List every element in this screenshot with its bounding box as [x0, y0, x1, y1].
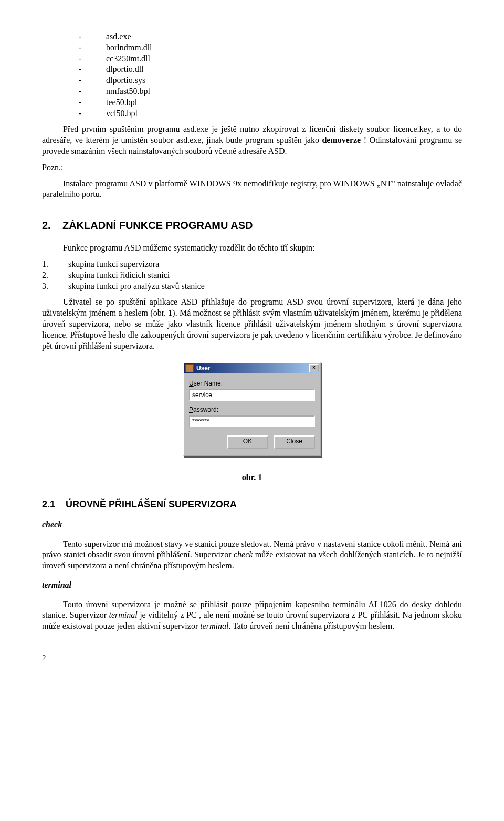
- paragraph-pozn: Instalace programu ASD v platformě WINDO…: [42, 179, 462, 201]
- list-item: skupina funkcí supervizora: [68, 259, 159, 270]
- list-dash: -: [79, 64, 85, 75]
- paragraph-terminal: Touto úrovní supervizora je možné se při…: [42, 599, 462, 632]
- dialog-titlebar: User ×: [184, 363, 320, 373]
- paragraph-groups-intro: Funkce programu ASD můžeme systematicky …: [42, 243, 462, 254]
- list-number: 3.: [42, 281, 68, 292]
- level-terminal-heading: terminal: [42, 580, 462, 591]
- file-name: asd.exe: [106, 32, 131, 43]
- list-dash: -: [79, 54, 85, 65]
- section-heading-2-1: 2.1 ÚROVNĚ PŘIHLÁŠENÍ SUPERVIZORA: [42, 498, 462, 511]
- list-number: 1.: [42, 259, 68, 270]
- list-item: skupina funkcí řídících stanici: [68, 270, 170, 281]
- user-dialog: User × User Name: Password: OK Close: [183, 362, 321, 456]
- file-name: dlportio.sys: [106, 75, 145, 86]
- paragraph-check: Tento supervizor má možnost stavy ve sta…: [42, 539, 462, 571]
- close-dialog-button[interactable]: Close: [274, 435, 315, 449]
- ok-button[interactable]: OK: [227, 435, 268, 449]
- file-name: tee50.bpl: [106, 97, 137, 108]
- file-name: nmfast50.bpl: [106, 86, 150, 97]
- list-dash: -: [79, 32, 85, 43]
- paragraph-login: Uživatel se po spuštění aplikace ASD při…: [42, 297, 462, 351]
- list-dash: -: [79, 97, 85, 108]
- list-dash: -: [79, 43, 85, 54]
- file-name: cc3250mt.dll: [106, 54, 150, 65]
- password-input[interactable]: [189, 415, 315, 427]
- user-dialog-icon: [185, 364, 194, 372]
- pozn-label: Pozn.:: [42, 162, 462, 173]
- list-dash: -: [79, 108, 85, 119]
- password-label: Password:: [189, 406, 315, 414]
- section-heading-2: 2. ZÁKLADNÍ FUNKCE PROGRAMU ASD: [42, 219, 462, 232]
- file-name: borlndmm.dll: [106, 43, 152, 54]
- close-button[interactable]: ×: [309, 364, 319, 372]
- username-label: User Name:: [189, 380, 315, 388]
- paragraph-install: Před prvním spuštěním programu asd.exe j…: [42, 124, 462, 157]
- file-list: -asd.exe -borlndmm.dll -cc3250mt.dll -dl…: [42, 32, 462, 119]
- figure-caption-1: obr. 1: [42, 472, 462, 483]
- username-input[interactable]: [189, 389, 315, 401]
- numbered-list: 1.skupina funkcí supervizora 2.skupina f…: [42, 259, 462, 292]
- file-name: dlportio.dll: [106, 64, 144, 75]
- list-dash: -: [79, 86, 85, 97]
- file-name: vcl50.bpl: [106, 108, 138, 119]
- page-number: 2: [42, 653, 462, 663]
- dialog-title: User: [196, 365, 309, 373]
- level-check-heading: check: [42, 519, 462, 531]
- list-number: 2.: [42, 270, 68, 281]
- list-item: skupina funkcí pro analýzu stavů stanice: [68, 281, 205, 292]
- list-dash: -: [79, 75, 85, 86]
